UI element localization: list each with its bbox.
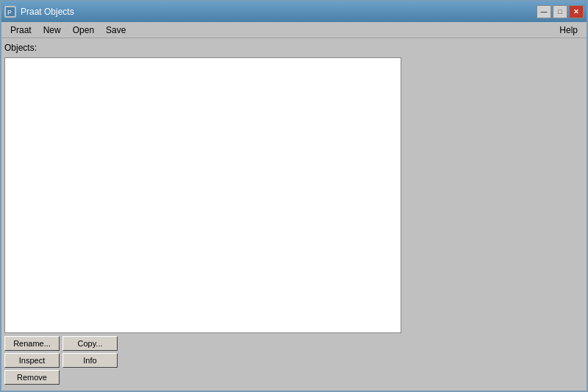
menu-new[interactable]: New: [37, 24, 67, 37]
right-panel: [404, 41, 584, 388]
menu-open[interactable]: Open: [67, 24, 100, 37]
content-area: Objects: Rename... Copy... Inspect Info …: [1, 38, 587, 391]
objects-label: Objects:: [4, 41, 401, 54]
objects-list[interactable]: [4, 57, 401, 333]
title-bar-buttons: — □ ✕: [537, 5, 584, 18]
bottom-buttons: Rename... Copy... Inspect Info Remove: [4, 336, 401, 388]
window-title: Praat Objects: [21, 7, 74, 17]
button-row-2: Inspect Info: [4, 353, 401, 368]
left-panel: Objects: Rename... Copy... Inspect Info …: [4, 41, 401, 388]
menu-save[interactable]: Save: [100, 24, 132, 37]
title-bar-left: P Praat Objects: [4, 6, 74, 18]
button-row-3: Remove: [4, 370, 401, 385]
info-button[interactable]: Info: [62, 353, 118, 368]
inspect-button[interactable]: Inspect: [4, 353, 60, 368]
close-button[interactable]: ✕: [569, 5, 584, 18]
menu-praat[interactable]: Praat: [4, 24, 37, 37]
maximize-button[interactable]: □: [553, 5, 567, 18]
remove-button[interactable]: Remove: [4, 370, 60, 385]
main-window: P Praat Objects — □ ✕ Praat New Open Sav…: [0, 0, 588, 392]
copy-button[interactable]: Copy...: [62, 336, 118, 351]
app-icon: P: [4, 6, 16, 18]
button-row-1: Rename... Copy...: [4, 336, 401, 351]
rename-button[interactable]: Rename...: [4, 336, 60, 351]
title-bar: P Praat Objects — □ ✕: [1, 1, 587, 22]
menu-help[interactable]: Help: [553, 24, 584, 37]
menu-bar: Praat New Open Save Help: [1, 22, 587, 38]
minimize-button[interactable]: —: [537, 5, 551, 18]
svg-text:P: P: [7, 9, 12, 16]
